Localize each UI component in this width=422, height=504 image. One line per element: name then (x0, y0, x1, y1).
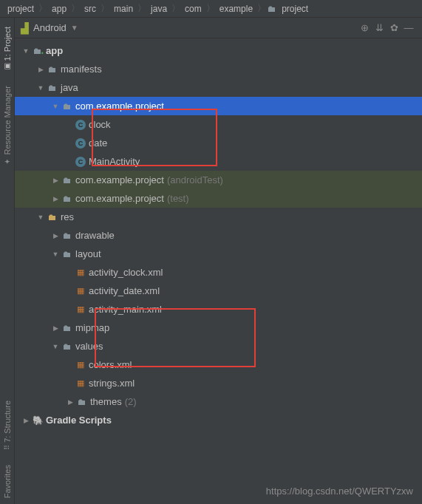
node-label: activity_main.xml (89, 304, 162, 315)
expand-icon[interactable]: ▼ (50, 103, 61, 110)
crumb-7[interactable]: project (279, 4, 311, 14)
node-java[interactable]: ▼ 🖿 java (15, 78, 422, 97)
node-label: Gradle Scripts (46, 415, 112, 426)
folder-icon: 🖿 (46, 83, 59, 93)
tab-resource-manager[interactable]: ✦Resource Manager (1, 80, 13, 171)
expand-icon[interactable]: ▶ (50, 177, 61, 184)
node-label: com.example.project (75, 101, 164, 112)
android-icon: ▟ (21, 22, 29, 34)
folder-icon: 🖿 (61, 231, 74, 241)
project-panel: ▟ Android ▼ ⊕ ⇊ ✿ — ▼ 🖿 app ▶ 🖿 manifest… (15, 18, 422, 504)
node-class-clock[interactable]: C clock (15, 115, 422, 134)
node-values[interactable]: ▼ 🖿 values (15, 337, 422, 355)
folder-icon: 🖿 (46, 64, 59, 75)
node-colors-xml[interactable]: ▦ colors.xml (15, 355, 422, 374)
node-themes[interactable]: ▶ 🖿 themes (2) (15, 392, 422, 411)
crumb-5[interactable]: com (182, 4, 205, 14)
expand-icon[interactable]: ▼ (50, 251, 61, 258)
node-strings-xml[interactable]: ▦ strings.xml (15, 374, 422, 392)
folder-icon: 🖿 (268, 4, 276, 14)
tab-project[interactable]: ▣1: Project (1, 21, 13, 77)
node-label: activity_date.xml (89, 285, 160, 296)
crumb-sep: 〉 (205, 2, 217, 15)
node-label: values (75, 341, 103, 352)
xml-icon: ▦ (74, 360, 87, 370)
collapse-icon[interactable]: ⇊ (372, 22, 387, 33)
folder-icon: 🖿 (75, 397, 89, 407)
file-tree[interactable]: ▼ 🖿 app ▶ 🖿 manifests ▼ 🖿 java ▼ 🖿 com.e… (15, 38, 422, 504)
class-icon: C (75, 138, 86, 149)
crumb-2[interactable]: src (81, 4, 99, 14)
xml-icon: ▦ (74, 378, 87, 388)
crumb-sep: 〉 (37, 2, 49, 15)
node-mipmap[interactable]: ▶ 🖿 mipmap (15, 319, 422, 337)
crumb-0[interactable]: project (4, 4, 37, 14)
class-icon: C (75, 120, 86, 130)
node-suffix: (test) (167, 193, 189, 204)
node-label: app (46, 45, 63, 56)
node-label: activity_clock.xml (89, 267, 163, 278)
panel-title[interactable]: Android (33, 22, 67, 33)
package-icon: 🖿 (61, 194, 74, 204)
node-pkg-test[interactable]: ▶ 🖿 com.example.project (test) (15, 189, 422, 208)
node-class-mainactivity[interactable]: C MainActivity (15, 152, 422, 171)
folder-icon: 🖿 (61, 249, 74, 259)
expand-icon[interactable]: ▼ (50, 343, 61, 350)
node-pkg-main[interactable]: ▼ 🖿 com.example.project (15, 97, 422, 115)
node-label: strings.xml (89, 378, 135, 389)
node-label: themes (90, 396, 122, 407)
crumb-sep: 〉 (136, 2, 148, 15)
node-label: res (61, 211, 74, 222)
dropdown-icon[interactable]: ▼ (71, 24, 78, 32)
node-label: date (89, 137, 107, 149)
expand-icon[interactable]: ▼ (35, 84, 46, 92)
expand-icon[interactable]: ▶ (50, 195, 61, 202)
expand-icon[interactable]: ▶ (21, 417, 31, 424)
xml-icon: ▦ (74, 268, 87, 277)
node-label: com.example.project (75, 174, 164, 185)
expand-icon[interactable]: ▶ (65, 398, 75, 406)
node-app[interactable]: ▼ 🖿 app (15, 41, 422, 60)
node-suffix: (2) (125, 396, 137, 407)
node-layout[interactable]: ▼ 🖿 layout (15, 245, 422, 263)
crumb-1[interactable]: app (49, 4, 69, 14)
xml-icon: ▦ (74, 304, 87, 314)
node-class-date[interactable]: C date (15, 134, 422, 152)
expand-icon[interactable]: ▼ (35, 214, 46, 221)
node-layout-clock[interactable]: ▦ activity_clock.xml (15, 263, 422, 282)
expand-icon[interactable]: ▶ (35, 66, 46, 73)
expand-icon[interactable]: ▶ (50, 324, 61, 332)
crumb-sep: 〉 (69, 2, 81, 15)
node-label: colors.xml (89, 359, 132, 370)
tab-favorites[interactable]: Favorites (1, 459, 13, 504)
hide-icon[interactable]: — (401, 22, 416, 33)
expand-icon[interactable]: ▼ (21, 47, 31, 55)
crumb-3[interactable]: main (111, 4, 136, 14)
package-icon: 🖿 (61, 101, 74, 112)
target-icon[interactable]: ⊕ (357, 22, 372, 33)
node-label: mipmap (75, 322, 109, 333)
crumb-4[interactable]: java (148, 4, 170, 14)
tab-structure[interactable]: ⠿7: Structure (1, 395, 13, 456)
node-gradle-scripts[interactable]: ▶ 🐘 Gradle Scripts (15, 411, 422, 429)
node-label: layout (75, 248, 101, 259)
node-manifests[interactable]: ▶ 🖿 manifests (15, 60, 422, 78)
panel-header: ▟ Android ▼ ⊕ ⇊ ✿ — (15, 18, 422, 38)
gear-icon[interactable]: ✿ (387, 22, 401, 33)
expand-icon[interactable]: ▶ (50, 232, 61, 239)
node-drawable[interactable]: ▶ 🖿 drawable (15, 226, 422, 245)
node-res[interactable]: ▼ 🖿 res (15, 208, 422, 226)
node-layout-date[interactable]: ▦ activity_date.xml (15, 282, 422, 300)
class-icon: C (75, 157, 86, 167)
package-icon: 🖿 (61, 175, 74, 185)
node-label: com.example.project (75, 193, 164, 204)
crumb-sep: 〉 (256, 2, 268, 15)
node-pkg-androidtest[interactable]: ▶ 🖿 com.example.project (androidTest) (15, 171, 422, 189)
crumb-6[interactable]: example (217, 4, 256, 14)
res-folder-icon: 🖿 (46, 212, 59, 222)
node-label: java (61, 82, 78, 93)
node-label: MainActivity (89, 156, 140, 167)
crumb-sep: 〉 (99, 2, 111, 15)
node-layout-main[interactable]: ▦ activity_main.xml (15, 300, 422, 319)
breadcrumb[interactable]: project〉 app〉 src〉 main〉 java〉 com〉 exam… (0, 0, 422, 18)
